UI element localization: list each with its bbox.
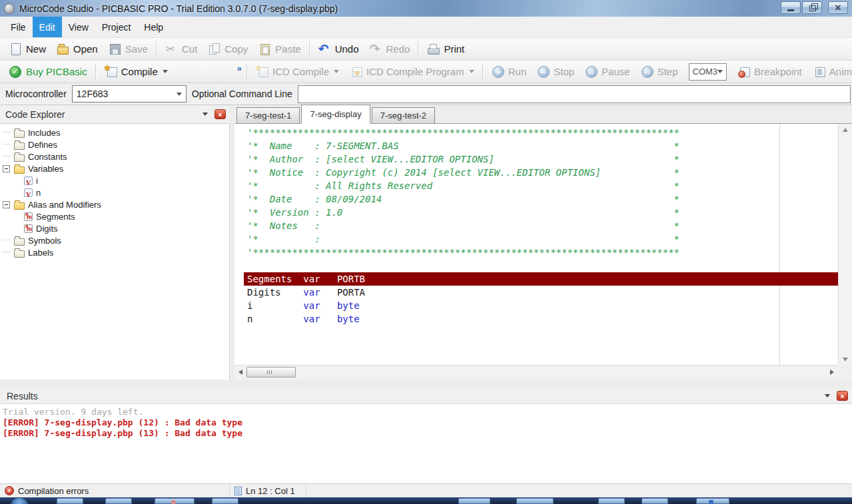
scroll-up-icon[interactable]	[839, 124, 852, 136]
document-icon	[234, 487, 242, 495]
taskbar-button[interactable]	[57, 498, 83, 504]
scroll-down-icon[interactable]	[839, 353, 852, 365]
chevron-down-icon[interactable]	[825, 394, 830, 397]
copy-button[interactable]: Copy	[203, 40, 253, 59]
save-button[interactable]: Save	[103, 40, 153, 59]
code-line: '* Author : [select VIEW...EDITOR OPTION…	[244, 152, 838, 166]
vertical-splitter[interactable]	[230, 105, 234, 379]
restore-icon	[809, 5, 816, 11]
minimize-button[interactable]	[781, 1, 801, 14]
restore-button[interactable]	[802, 1, 822, 14]
buy-picbasic-button[interactable]: Buy PICBasic	[4, 63, 93, 81]
chevron-down-icon	[177, 93, 182, 96]
caret-position-panel: Ln 12 : Col 1	[230, 484, 306, 497]
chevron-down-icon[interactable]	[203, 113, 208, 116]
open-button[interactable]: Open	[51, 40, 103, 59]
paste-button[interactable]: Paste	[253, 40, 306, 59]
tree-item-symbols[interactable]: Symbols	[0, 234, 229, 246]
tree-item-defines[interactable]: Defines	[0, 138, 229, 150]
compile-page-icon	[105, 66, 118, 78]
start-button[interactable]	[11, 498, 28, 504]
taskbar-button[interactable]	[155, 498, 195, 504]
stop-button[interactable]: Stop	[532, 63, 580, 81]
status-bar: × Compilation errors Ln 12 : Col 1	[0, 483, 852, 497]
print-button[interactable]: Print	[422, 40, 470, 59]
tab-7-seg-display[interactable]: 7-seg-display	[301, 105, 370, 124]
menu-item-edit[interactable]: Edit	[33, 17, 62, 37]
tree-item-constants[interactable]: Constants	[0, 150, 229, 162]
step-button[interactable]: Step	[636, 63, 683, 81]
horizontal-splitter[interactable]	[0, 379, 852, 388]
close-panel-icon[interactable]: ×	[214, 109, 226, 119]
tree-item-i[interactable]: i	[0, 174, 229, 186]
com-port-select[interactable]: COM3	[689, 63, 727, 81]
run-button[interactable]: Run	[486, 63, 532, 81]
stop-circle-icon	[537, 66, 550, 78]
scroll-left-icon[interactable]	[236, 368, 246, 378]
tree-item-segments[interactable]: Segments	[0, 210, 229, 222]
editor-tab-strip: 7-seg-test-17-seg-display7-seg-test-2	[234, 105, 852, 124]
tree-item-labels[interactable]: Labels	[0, 246, 229, 258]
taskbar-button[interactable]	[516, 498, 554, 504]
breakpoint-button[interactable]: Breakpoint	[732, 63, 807, 81]
folder-closed-icon	[14, 236, 25, 245]
close-button[interactable]: ×	[828, 1, 848, 14]
chevron-down-icon	[163, 70, 168, 73]
tree-item-alias-and-modifiers[interactable]: Alias and Modifiers	[0, 198, 229, 210]
taskbar-button[interactable]	[105, 498, 132, 504]
pause-circle-icon	[585, 66, 598, 78]
cut-button[interactable]: Cut	[160, 40, 203, 59]
vertical-scrollbar[interactable]	[838, 124, 852, 365]
taskbar-button[interactable]	[458, 498, 490, 504]
pause-button[interactable]: Pause	[580, 63, 636, 81]
taskbar-button[interactable]	[212, 498, 238, 504]
microcode-studio-window: MicroCode Studio - PICBASIC PRO - Trial …	[0, 0, 852, 504]
tab-7-seg-test-2[interactable]: 7-seg-test-2	[372, 107, 435, 123]
toolbar-overflow-chevron[interactable]: »	[237, 63, 242, 73]
tree-item-includes[interactable]: Includes	[0, 126, 229, 138]
menu-item-project[interactable]: Project	[95, 17, 138, 37]
tree-item-variables[interactable]: Variables	[0, 162, 229, 174]
windows-taskbar	[0, 497, 852, 504]
taskbar-button[interactable]	[641, 498, 668, 504]
code-line: '* Name : 7-SEGMENT.BAS *	[244, 139, 838, 152]
highlighted-code-line: Segments var PORTB	[244, 272, 838, 286]
animate-button[interactable]: Animate	[807, 63, 852, 81]
tree-item-digits[interactable]: Digits	[0, 222, 229, 234]
new-button[interactable]: New	[4, 40, 51, 59]
code-line: '* Date : 08/09/2014 *	[244, 192, 838, 206]
scroll-right-icon[interactable]	[827, 368, 837, 378]
compile-button[interactable]: Compile	[99, 63, 173, 81]
folder-closed-icon	[14, 128, 25, 137]
undo-button[interactable]: Undo	[313, 40, 364, 59]
taskbar-button[interactable]	[696, 498, 729, 504]
minimize-icon	[787, 9, 794, 11]
collapse-icon[interactable]	[3, 165, 10, 172]
command-line-label: Optional Command Line	[192, 89, 292, 99]
menu-item-file[interactable]: File	[4, 17, 33, 37]
horizontal-scrollbar[interactable]	[234, 365, 838, 379]
variable-icon	[24, 176, 33, 185]
collapse-icon[interactable]	[3, 201, 10, 208]
taskbar-app-icon	[709, 500, 713, 504]
microcontroller-select[interactable]: 12F683	[72, 85, 187, 103]
menu-item-view[interactable]: View	[62, 17, 95, 37]
icd-compile-program-button[interactable]: ICD Compile Program	[344, 63, 480, 81]
taskbar-button[interactable]	[598, 498, 625, 504]
icd-program-page-icon	[350, 66, 363, 78]
app-icon	[4, 3, 15, 14]
tree-item-n[interactable]: n	[0, 186, 229, 198]
redo-button[interactable]: Redo	[364, 40, 416, 59]
device-bar: Microcontroller 12F683 Optional Command …	[0, 83, 852, 105]
code-line: '* : *	[244, 232, 838, 246]
close-icon: ×	[829, 2, 847, 13]
window-controls: ×	[779, 1, 848, 14]
close-results-icon[interactable]: ×	[837, 391, 848, 401]
command-line-input[interactable]	[298, 85, 851, 103]
tab-7-seg-test-1[interactable]: 7-seg-test-1	[236, 107, 300, 123]
paste-clipboard-icon	[258, 43, 272, 55]
menu-item-help[interactable]: Help	[137, 17, 170, 37]
scrollbar-thumb[interactable]	[246, 367, 296, 378]
icd-compile-button[interactable]: ICD Compile	[250, 63, 344, 81]
code-editor[interactable]: '***************************************…	[234, 124, 852, 379]
